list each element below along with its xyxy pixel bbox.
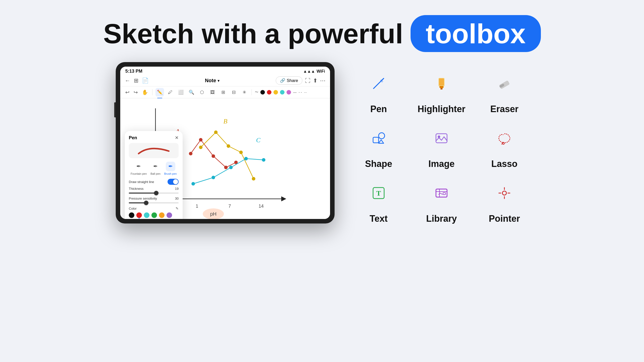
library-icon — [433, 185, 450, 201]
share-button[interactable]: 🔗 Share — [276, 76, 302, 85]
grid-tool-button[interactable]: ⊟ — [229, 88, 238, 97]
tool-item-pen[interactable]: Pen — [355, 67, 403, 114]
svg-rect-36 — [373, 137, 379, 143]
pointer-label: Pointer — [489, 213, 520, 224]
library-icon-circle — [425, 177, 458, 209]
table-tool-button[interactable]: ⊞ — [219, 88, 227, 97]
star-tool-button[interactable]: ✳ — [240, 88, 249, 97]
color-label: Color — [129, 207, 137, 210]
swatch-orange[interactable] — [159, 212, 165, 218]
color-black[interactable] — [260, 90, 265, 95]
header-title: Sketch with a powerful toolbox — [103, 15, 541, 52]
lasso-icon-circle — [488, 122, 521, 155]
note-label: Note — [205, 78, 216, 83]
tool-item-eraser[interactable]: Eraser — [480, 67, 528, 114]
svg-rect-34 — [499, 80, 510, 89]
hand-icon[interactable]: ✋ — [141, 88, 149, 96]
image-tool-button[interactable]: 🖼 — [208, 88, 217, 97]
wifi-icon: WiFi — [316, 69, 325, 74]
draw-straight-line-toggle[interactable] — [168, 179, 179, 185]
lasso-label: Lasso — [491, 159, 517, 169]
grid-icon[interactable]: ⊞ — [134, 77, 138, 84]
nav-center: Note ▾ — [205, 78, 219, 83]
toggle-knob — [173, 179, 178, 184]
lasso-icon — [496, 130, 512, 146]
tool-item-shape[interactable]: Shape — [355, 122, 403, 169]
document-icon[interactable]: 📄 — [142, 77, 149, 84]
back-icon[interactable]: ← — [125, 77, 130, 84]
pen-label: Pen — [370, 104, 387, 114]
color-swatches — [129, 212, 179, 219]
nav-bar: ← ⊞ 📄 Note ▾ 🔗 Share ⛶ ⬆ ⋯ — [120, 75, 330, 86]
nav-left: ← ⊞ 📄 — [125, 77, 149, 84]
pen-popup: Pen ✕ ✒ — [125, 131, 183, 219]
highlighter-icon — [433, 75, 450, 92]
thickness-thumb[interactable] — [154, 191, 158, 195]
tool-item-pointer[interactable]: Pointer — [480, 177, 528, 224]
eraser-tool-button[interactable]: ⬜ — [177, 88, 185, 97]
brush-pen-icon: ✒ — [168, 163, 173, 169]
ball-pen-label: Ball pen — [150, 172, 160, 175]
swatch-black[interactable] — [129, 212, 134, 218]
color-cyan[interactable] — [280, 90, 285, 95]
draw-straight-line-label: Draw straight line — [129, 180, 154, 184]
shape-icon — [371, 130, 387, 146]
swatch-green[interactable] — [151, 212, 157, 218]
fountain-pen-label: Fountain pen — [131, 172, 147, 175]
tablet-screen: 5:13 PM ▲▲▲ WiFi ← ⊞ 📄 Note ▾ — [120, 67, 330, 219]
image-label: Image — [428, 159, 455, 169]
fill-tool-button[interactable]: ⬡ — [198, 88, 206, 97]
fountain-pen-icon: ✒ — [136, 163, 141, 169]
pressure-slider[interactable] — [129, 202, 179, 203]
swatch-purple[interactable] — [167, 212, 172, 218]
color-edit-icon[interactable]: ✎ — [176, 206, 179, 210]
signal-icon: ▲▲▲ — [303, 69, 315, 74]
highlighter-tool-button[interactable]: 🖊 — [166, 88, 175, 97]
image-icon — [433, 130, 450, 146]
pressure-value: 30 — [175, 197, 179, 200]
fountain-pen-option[interactable]: ✒ Fountain pen — [131, 162, 147, 175]
color-purple[interactable] — [287, 90, 291, 95]
shape-label: Shape — [365, 159, 392, 169]
eraser-icon — [496, 75, 512, 92]
svg-point-22 — [252, 177, 255, 180]
popup-header: Pen ✕ — [129, 135, 179, 141]
toolbar-separator-2 — [252, 89, 252, 95]
brush-pen-option[interactable]: ✒ Brush pen — [164, 162, 177, 175]
export-icon[interactable]: ⬆ — [313, 77, 317, 84]
svg-text:C: C — [256, 137, 261, 144]
color-yellow[interactable] — [273, 90, 278, 95]
tool-item-highlighter[interactable]: Highlighter — [418, 67, 465, 114]
swatch-red[interactable] — [136, 212, 142, 218]
svg-marker-38 — [379, 140, 384, 143]
thickness-slider[interactable] — [129, 193, 179, 194]
pen-icon-circle — [362, 67, 395, 100]
svg-point-27 — [244, 157, 248, 160]
color-red[interactable] — [267, 90, 271, 95]
tool-item-lasso[interactable]: Lasso — [480, 122, 528, 169]
svg-text:B: B — [223, 118, 227, 125]
more-icon[interactable]: ⋯ — [320, 77, 326, 84]
dropdown-chevron-icon[interactable]: ▾ — [218, 79, 219, 83]
fullscreen-icon[interactable]: ⛶ — [305, 77, 310, 84]
status-time: 5:13 PM — [125, 69, 142, 74]
popup-close-button[interactable]: ✕ — [175, 135, 179, 141]
thickness-row: Thickness 19 — [129, 187, 179, 191]
pen-tool-button[interactable]: ✏️ — [155, 88, 164, 97]
pointer-icon-circle — [488, 177, 521, 209]
svg-text:T: T — [376, 189, 381, 197]
undo-icon[interactable]: ↩ — [124, 88, 131, 96]
tablet-side-button — [114, 102, 116, 117]
tool-item-text[interactable]: T Text — [355, 177, 403, 224]
search-tool-button[interactable]: 🔍 — [187, 88, 196, 97]
line-sample-2: - - — [299, 90, 302, 94]
ball-pen-option[interactable]: ✒ Ball pen — [150, 162, 160, 175]
svg-point-13 — [199, 138, 203, 142]
tool-item-library[interactable]: Library — [418, 177, 465, 224]
tool-item-image[interactable]: Image — [418, 122, 465, 169]
svg-point-15 — [224, 166, 228, 169]
redo-icon[interactable]: ↪ — [133, 88, 139, 96]
image-icon-circle — [425, 122, 458, 155]
swatch-cyan[interactable] — [144, 212, 149, 218]
pressure-thumb[interactable] — [144, 201, 148, 205]
